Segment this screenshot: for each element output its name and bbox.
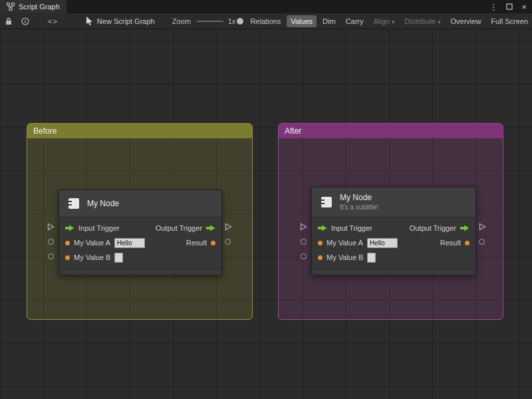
zoom-label: Zoom <box>172 17 191 25</box>
node-titles: My Node It's a subtitle! <box>340 194 378 211</box>
graph-canvas[interactable]: Before After My Node <box>0 30 532 399</box>
input-trigger-label: Input Trigger <box>78 224 120 232</box>
node-footer <box>59 269 221 275</box>
flow-port-connector[interactable] <box>299 223 307 231</box>
value-port-icon[interactable] <box>318 241 323 245</box>
input-trigger-label: Input Trigger <box>331 224 372 232</box>
pointer-icon <box>86 17 93 25</box>
flow-port-connector[interactable] <box>224 223 232 231</box>
port-group: My Value A <box>318 238 398 248</box>
output-trigger-label: Output Trigger <box>156 224 202 232</box>
port-group: Result <box>186 239 215 247</box>
value-a-input[interactable] <box>367 238 398 248</box>
port-row: My Value A Result <box>59 235 221 250</box>
port-row: My Value B <box>312 250 475 265</box>
node-my-node-before[interactable]: My Node Input Trigger Output Trigger <box>59 190 222 275</box>
tab-script-graph[interactable]: Script Graph <box>0 0 66 13</box>
flow-in-port-icon[interactable] <box>318 225 327 231</box>
node-icon <box>319 195 334 209</box>
toolbar-buttons: Relations Values Dim Carry Align▾ Distri… <box>246 15 532 27</box>
zoom-slider-track[interactable] <box>197 21 223 22</box>
port-row: My Value A Result <box>312 235 475 250</box>
distribute-label: Distribute <box>405 17 436 25</box>
info-icon[interactable] <box>21 17 29 25</box>
value-b-label: My Value B <box>327 253 363 261</box>
align-label: Align <box>374 17 390 25</box>
values-button[interactable]: Values <box>287 15 317 27</box>
flow-out-port-icon[interactable] <box>460 225 469 231</box>
node-header[interactable]: My Node <box>59 190 221 217</box>
port-group: Output Trigger <box>410 224 469 232</box>
full-screen-button[interactable]: Full Screen <box>487 15 532 27</box>
result-label: Result <box>440 239 461 247</box>
group-after-label: After <box>285 126 301 136</box>
value-port-connector[interactable] <box>225 239 231 245</box>
zoom-value: 1x <box>228 17 236 25</box>
value-a-input[interactable] <box>114 238 145 248</box>
value-a-label: My Value A <box>327 239 363 247</box>
flow-in-port-icon[interactable] <box>65 225 74 231</box>
value-port-connector[interactable] <box>48 239 54 245</box>
value-port-connector[interactable] <box>48 253 54 259</box>
node-title: My Node <box>87 200 119 208</box>
value-port-icon[interactable] <box>318 255 323 260</box>
node-title: My Node <box>340 194 378 202</box>
zoom-slider[interactable] <box>197 17 223 25</box>
value-port-connector[interactable] <box>479 239 485 245</box>
port-row: Input Trigger Output Trigger <box>312 221 475 235</box>
script-graph-icon <box>7 3 15 11</box>
maximize-icon[interactable] <box>506 3 513 10</box>
zoom-slider-knob[interactable] <box>237 18 243 25</box>
group-before-label: Before <box>33 126 57 136</box>
port-row: My Value B <box>59 250 221 265</box>
value-a-label: My Value A <box>74 239 110 247</box>
value-port-connector[interactable] <box>301 253 307 259</box>
lock-icon[interactable] <box>5 17 12 25</box>
distribute-dropdown: Distribute▾ <box>401 15 445 27</box>
node-header[interactable]: My Node It's a subtitle! <box>312 188 475 217</box>
carry-button[interactable]: Carry <box>342 15 368 27</box>
graph-toolbar: <> New Script Graph Zoom 1x Relations Va… <box>0 13 532 29</box>
value-port-icon[interactable] <box>65 255 70 260</box>
code-icon[interactable]: <> <box>48 17 58 25</box>
flow-out-port-icon[interactable] <box>206 225 215 231</box>
align-dropdown: Align▾ <box>370 15 399 27</box>
port-group: My Value A <box>65 238 145 248</box>
value-port-icon[interactable] <box>65 241 70 245</box>
port-group: Input Trigger <box>318 224 372 232</box>
node-icon <box>66 196 81 211</box>
port-group: Result <box>440 239 469 247</box>
flow-port-connector[interactable] <box>478 223 486 231</box>
tab-bar: Script Graph ⋮ × <box>0 0 532 13</box>
value-b-input[interactable] <box>367 253 376 263</box>
value-port-icon[interactable] <box>465 241 469 245</box>
node-subtitle: It's a subtitle! <box>340 203 378 211</box>
output-trigger-label: Output Trigger <box>410 224 456 232</box>
more-menu-icon[interactable]: ⋮ <box>489 3 497 11</box>
port-row: Input Trigger Output Trigger <box>59 221 221 235</box>
port-group: My Value B <box>65 253 123 263</box>
node-titles: My Node <box>87 200 119 208</box>
group-before-header[interactable]: Before <box>27 124 252 138</box>
node-body: Input Trigger Output Trigger My Value A <box>312 217 475 269</box>
close-icon[interactable]: × <box>521 3 527 11</box>
result-label: Result <box>186 239 207 247</box>
node-my-node-after[interactable]: My Node It's a subtitle! Input Trigger O… <box>311 187 476 275</box>
value-b-label: My Value B <box>74 253 110 261</box>
chevron-down-icon: ▾ <box>392 19 395 25</box>
graph-name-label[interactable]: New Script Graph <box>97 17 155 25</box>
flow-port-connector[interactable] <box>47 223 55 231</box>
script-graph-window: Script Graph ⋮ × <> <box>0 0 532 399</box>
relations-button[interactable]: Relations <box>246 15 285 27</box>
node-body: Input Trigger Output Trigger My Value A <box>59 217 221 269</box>
chevron-down-icon: ▾ <box>438 19 441 25</box>
value-b-input[interactable] <box>114 253 123 263</box>
group-after-header[interactable]: After <box>279 124 503 138</box>
port-group: My Value B <box>318 253 376 263</box>
node-footer <box>312 269 475 275</box>
value-port-icon[interactable] <box>211 241 215 245</box>
value-port-connector[interactable] <box>301 239 307 245</box>
overview-button[interactable]: Overview <box>447 15 485 27</box>
port-group: Output Trigger <box>156 224 215 232</box>
dim-button[interactable]: Dim <box>319 15 340 27</box>
